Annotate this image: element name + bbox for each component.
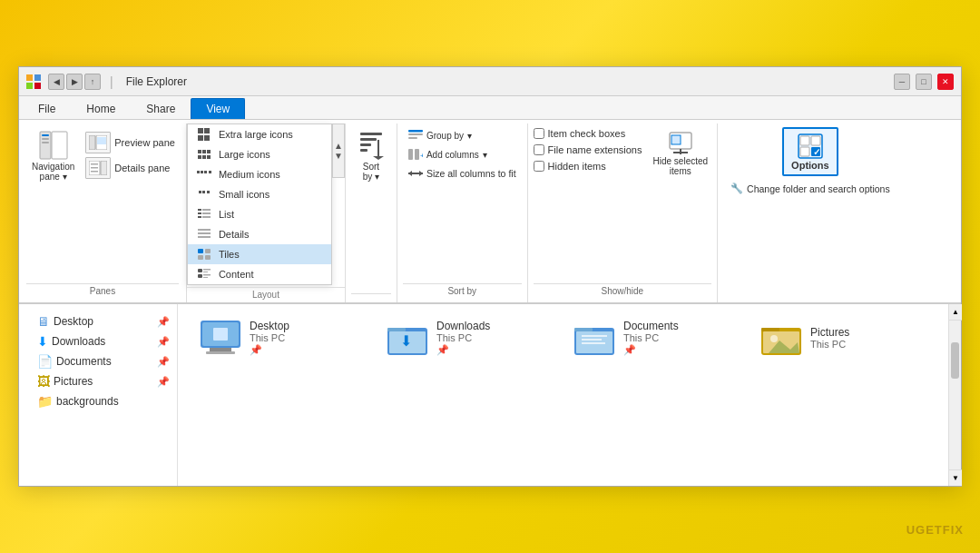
desktop-tile-pin: 📌 bbox=[250, 344, 289, 356]
svg-marker-49 bbox=[408, 171, 412, 176]
pictures-tile-info: Pictures This PC bbox=[810, 326, 849, 350]
item-check-boxes-checkbox[interactable] bbox=[534, 128, 544, 139]
documents-tile-pin: 📌 bbox=[623, 344, 679, 356]
tab-home[interactable]: Home bbox=[71, 98, 131, 119]
preview-pane-button[interactable]: Preview pane bbox=[82, 131, 179, 154]
downloads-pin-icon: 📌 bbox=[157, 336, 170, 348]
tab-view[interactable]: View bbox=[191, 98, 245, 119]
layout-list[interactable]: List bbox=[188, 204, 331, 224]
panes-section-label: Panes bbox=[26, 283, 179, 299]
svg-rect-18 bbox=[202, 209, 211, 211]
svg-rect-3 bbox=[34, 83, 41, 89]
tab-share[interactable]: Share bbox=[131, 98, 191, 119]
svg-rect-5 bbox=[52, 132, 67, 159]
tab-file[interactable]: File bbox=[23, 98, 71, 119]
sidebar-item-desktop[interactable]: 🖥 Desktop 📌 bbox=[19, 311, 177, 331]
content-icon bbox=[195, 267, 213, 281]
documents-tile-info: Documents This PC 📌 bbox=[623, 320, 679, 356]
svg-point-79 bbox=[770, 335, 778, 342]
minimize-btn[interactable]: ─ bbox=[894, 74, 910, 90]
svg-rect-14 bbox=[91, 163, 98, 165]
ribbon-current-view-section: Group by ▾ + Add columns ▾ Size all colu… bbox=[397, 123, 528, 302]
sidebar-item-documents[interactable]: 📄 Documents 📌 bbox=[19, 351, 177, 371]
sidebar-item-backgrounds[interactable]: 📁 backgrounds bbox=[19, 391, 177, 411]
options-button[interactable]: ✓ Options bbox=[782, 127, 838, 176]
layout-extra-large-icons[interactable]: Extra large icons bbox=[188, 124, 331, 144]
layout-small-icons[interactable]: Small icons bbox=[188, 184, 331, 204]
maximize-btn[interactable]: □ bbox=[916, 74, 932, 90]
layout-content[interactable]: Content bbox=[188, 264, 331, 284]
svg-rect-30 bbox=[198, 269, 202, 272]
folder-tile-downloads[interactable]: ⬇ Downloads This PC 📌 bbox=[379, 315, 552, 360]
svg-rect-37 bbox=[360, 138, 377, 141]
file-name-ext-toggle[interactable]: File name extensions bbox=[534, 143, 642, 156]
layout-medium-icons[interactable]: Medium icons bbox=[188, 164, 331, 184]
downloads-tile-info: Downloads This PC 📌 bbox=[436, 320, 490, 356]
svg-rect-26 bbox=[198, 249, 203, 253]
svg-rect-56 bbox=[800, 136, 809, 145]
add-columns-button[interactable]: + Add columns ▾ bbox=[403, 146, 522, 163]
hidden-items-toggle[interactable]: Hidden items bbox=[534, 160, 642, 173]
scroll-down-btn[interactable]: ▼ bbox=[949, 469, 962, 486]
svg-rect-2 bbox=[26, 83, 33, 89]
svg-rect-20 bbox=[202, 212, 211, 214]
titlebar: ◀ ▶ ↑ | File Explorer ─ □ ✕ bbox=[19, 67, 961, 96]
nav-pane-icon bbox=[39, 131, 68, 160]
sidebar-item-downloads[interactable]: ⬇ Downloads 📌 bbox=[19, 331, 177, 351]
svg-rect-8 bbox=[42, 142, 49, 143]
svg-rect-7 bbox=[42, 138, 49, 140]
svg-rect-44 bbox=[408, 137, 417, 139]
sort-label: Sortby ▾ bbox=[363, 162, 379, 182]
list-icon bbox=[195, 207, 213, 222]
layout-large-icons[interactable]: Large icons bbox=[188, 144, 331, 164]
change-folder-icon: 🔧 bbox=[730, 183, 743, 194]
layout-details[interactable]: Details bbox=[188, 224, 331, 244]
downloads-tile-pin: 📌 bbox=[436, 344, 490, 356]
change-folder-button[interactable]: 🔧 Change folder and search options bbox=[725, 180, 896, 197]
ribbon-layout-section: Extra large icons Large icons bbox=[187, 123, 346, 302]
folder-tile-desktop[interactable]: Desktop This PC 📌 bbox=[192, 315, 365, 360]
svg-rect-42 bbox=[408, 130, 423, 133]
item-check-boxes-toggle[interactable]: Item check boxes bbox=[534, 127, 642, 140]
group-by-button[interactable]: Group by ▾ bbox=[403, 127, 522, 143]
svg-rect-1 bbox=[34, 74, 41, 81]
documents-tile-icon bbox=[573, 320, 616, 356]
window-icon bbox=[26, 74, 41, 89]
folder-tile-pictures[interactable]: Pictures This PC bbox=[753, 315, 926, 360]
svg-rect-64 bbox=[206, 351, 235, 354]
back-btn[interactable]: ◀ bbox=[48, 74, 64, 90]
content-area: Desktop This PC 📌 ⬇ Downloads bbox=[178, 304, 948, 486]
nav-pane-button[interactable]: Navigationpane ▾ bbox=[26, 127, 80, 185]
svg-rect-24 bbox=[198, 232, 211, 234]
svg-rect-58 bbox=[800, 147, 809, 156]
svg-rect-34 bbox=[203, 274, 211, 276]
details-pane-button[interactable]: Details pane bbox=[82, 156, 179, 180]
file-name-ext-checkbox[interactable] bbox=[534, 144, 544, 155]
svg-rect-36 bbox=[360, 133, 382, 135]
scroll-up-btn[interactable]: ▲ bbox=[949, 304, 962, 321]
layout-expand-btn[interactable]: ▲▼ bbox=[332, 123, 345, 178]
layout-dropdown[interactable]: Extra large icons Large icons bbox=[187, 123, 332, 285]
svg-rect-35 bbox=[203, 277, 208, 278]
size-all-columns-button[interactable]: Size all columns to fit bbox=[403, 165, 522, 182]
size-all-icon bbox=[408, 168, 423, 179]
up-btn[interactable]: ↑ bbox=[84, 74, 101, 90]
forward-btn[interactable]: ▶ bbox=[66, 74, 83, 90]
close-btn[interactable]: ✕ bbox=[937, 74, 954, 90]
sort-by-button[interactable]: Sortby ▾ bbox=[351, 127, 391, 185]
show-hide-label: Show/hide bbox=[534, 283, 712, 299]
layout-tiles[interactable]: Tiles bbox=[188, 244, 331, 264]
svg-rect-57 bbox=[811, 136, 820, 145]
sidebar-item-pictures[interactable]: 🖼 Pictures 📌 bbox=[19, 371, 177, 391]
hide-selected-items-button[interactable]: Hide selecteditems bbox=[650, 127, 712, 180]
svg-rect-73 bbox=[582, 335, 607, 337]
svg-rect-46 bbox=[415, 149, 419, 160]
hidden-items-checkbox[interactable] bbox=[534, 161, 544, 172]
folder-tile-documents[interactable]: Documents This PC 📌 bbox=[566, 315, 739, 360]
scrollbar-thumb[interactable] bbox=[951, 342, 959, 379]
svg-rect-52 bbox=[671, 135, 681, 144]
scrollbar[interactable]: ▲ ▼ bbox=[948, 304, 961, 486]
svg-rect-17 bbox=[198, 209, 201, 211]
pictures-pin-icon: 📌 bbox=[157, 376, 170, 388]
svg-rect-33 bbox=[198, 274, 202, 278]
